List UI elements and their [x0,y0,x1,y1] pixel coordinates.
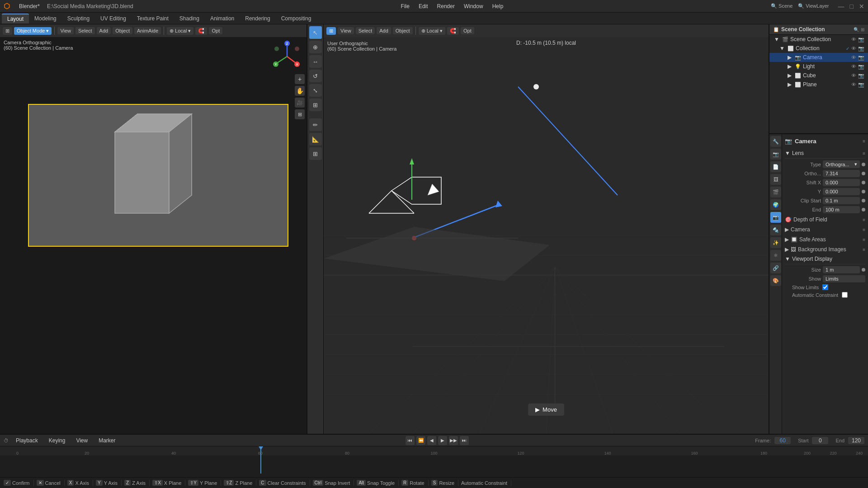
shiftx-input[interactable]: 0.000 [823,179,860,186]
particles-btn[interactable]: ✨ [770,237,781,248]
collection-item-camera[interactable]: ▶ 📷 Camera 👁 📷 [769,53,868,62]
collection-eye[interactable]: 👁 [851,46,856,51]
object-mode-btn[interactable]: Object Mode ▾ [14,27,52,35]
scene-visibility-eye[interactable]: 👁 [851,37,856,42]
zoom-in-btn[interactable]: + [295,74,305,84]
modifier-btn[interactable]: 🔩 [770,225,781,235]
start-frame-input[interactable]: 0 [812,437,828,444]
scene-props-btn[interactable]: 🔧 [770,136,781,147]
camera-render[interactable]: 📷 [858,55,864,61]
camera-sub-menu[interactable]: ≡ [863,227,865,232]
menu-help[interactable]: Help [489,2,507,10]
lens-type-input[interactable]: Orthogra... ▾ [823,160,860,168]
move-tool-btn[interactable]: ↔ [309,55,322,68]
show-input[interactable]: Limits [823,275,865,282]
constraints-btn[interactable]: 🔗 [770,263,781,273]
center-select-menu[interactable]: Select [356,27,375,34]
auto-constraint-checkbox[interactable] [842,292,848,298]
center-options-btn[interactable]: Opt [461,27,474,34]
menu-file[interactable]: File [397,2,413,10]
select-menu[interactable]: Select [75,27,95,34]
menu-edit[interactable]: Edit [415,2,432,10]
tab-animation[interactable]: Animation [205,14,240,23]
transform-tool-btn[interactable]: ⊞ [309,99,322,111]
render-props-btn[interactable]: 📷 [770,149,781,160]
collection-item-cube[interactable]: ▶ ⬜ Cube 👁 📷 [769,71,868,80]
center-snap-btn[interactable]: 🧲 [447,27,459,35]
size-dot[interactable] [862,268,865,272]
lens-type-dot[interactable] [862,163,865,166]
marker-menu[interactable]: Marker [95,436,119,445]
zoom-out-btn[interactable]: ✋ [295,86,305,96]
plane-eye[interactable]: 👁 [851,82,856,87]
measure-btn[interactable]: 📐 [309,133,322,145]
world-btn[interactable]: 🌍 [770,199,781,210]
size-input[interactable]: 1 m [823,266,860,273]
add-menu[interactable]: Add [97,27,111,34]
animaide-menu[interactable]: AnimAide [134,27,161,34]
jump-end-btn[interactable]: ⏭ [460,436,469,445]
menu-blender[interactable]: Blender* [15,2,43,10]
tab-layout[interactable]: Layout [2,14,29,23]
dof-menu[interactable]: ≡ [863,217,865,222]
object-data-btn[interactable]: 📷 [770,212,781,223]
tab-compositing[interactable]: Compositing [276,14,317,23]
viewport-shading-btn[interactable]: ⊞ [3,27,12,35]
center-viewport-area[interactable]: D: -10.5 m (10.5 m) local User Orthograp… [324,37,769,434]
center-global-btn[interactable]: ⊕ Local ▾ [419,27,445,35]
shiftx-dot[interactable] [862,181,865,184]
play-forward-btn[interactable]: ▶▶ [449,436,458,445]
lens-menu[interactable]: ≡ [863,151,865,156]
clipend-dot[interactable] [862,208,865,211]
add-cube-btn[interactable]: ⊞ [309,147,322,160]
snap-btn[interactable]: 🧲 [195,27,207,35]
object-menu[interactable]: Object [113,27,132,34]
output-props-btn[interactable]: 📄 [770,161,781,172]
tab-rendering[interactable]: Rendering [240,14,275,23]
end-frame-input[interactable]: 120 [848,437,864,444]
current-frame-input[interactable]: 60 [774,437,791,444]
view-layer-btn[interactable]: 🖼 [770,174,781,185]
tab-uv-editing[interactable]: UV Editing [95,14,132,23]
tab-sculpting[interactable]: Sculpting [62,14,95,23]
playback-menu[interactable]: Playback [12,436,42,445]
ortho-input[interactable]: 7.314 [823,170,860,177]
scene-render-eye[interactable]: 📷 [858,37,864,42]
view-menu[interactable]: View [57,27,74,34]
collection-item-plane[interactable]: ▶ ⬜ Plane 👁 📷 [769,80,868,89]
tab-texture-paint[interactable]: Texture Paint [132,14,174,23]
menu-window[interactable]: Window [460,2,487,10]
shifty-input[interactable]: 0.000 [823,188,860,195]
left-gizmo[interactable]: Z X Y [271,41,303,72]
scene-btn[interactable]: 🎬 [770,187,781,197]
scale-tool-btn[interactable]: ⤡ [309,84,322,97]
camera-eye[interactable]: 👁 [851,55,856,60]
scene-collection-search[interactable]: 🔍 [854,27,859,32]
timeline-track[interactable] [0,455,868,474]
shading-btn[interactable]: 🎨 [770,275,781,286]
annotate-btn[interactable]: ✏ [309,118,322,131]
select-tool-btn[interactable]: ↖ [309,26,322,39]
options-btn[interactable]: Opt [209,27,222,34]
rotate-tool-btn[interactable]: ↺ [309,70,322,82]
center-object-menu[interactable]: Object [393,27,413,34]
clipstart-input[interactable]: 0.1 m [823,197,860,204]
bg-images-menu[interactable]: ≡ [863,247,865,252]
bg-images-header[interactable]: ▶ 🖼 Background Images ≡ [785,245,865,254]
cube-render[interactable]: 📷 [858,73,864,79]
plane-render[interactable]: 📷 [858,82,864,88]
shifty-dot[interactable] [862,190,865,193]
left-viewport[interactable]: Camera Orthographic (60) Scene Collectio… [0,37,307,434]
scene-collection-root[interactable]: ▼ 🎬 Scene Collection 👁 📷 [769,35,868,44]
clipstart-dot[interactable] [862,199,865,202]
keying-menu[interactable]: Keying [45,436,69,445]
center-view-menu[interactable]: View [338,27,354,34]
collection-render[interactable]: 📷 [858,46,864,52]
jump-start-btn[interactable]: ⏮ [406,436,415,445]
tab-modeling[interactable]: Modeling [29,14,62,23]
cursor-btn[interactable]: ⊕ [309,41,322,53]
clipend-input[interactable]: 100 m [823,206,860,213]
tab-shading[interactable]: Shading [174,14,205,23]
center-viewport[interactable]: ⊞ View Select Add Object ⊕ Local ▾ 🧲 Opt… [324,24,769,434]
props-menu-btn[interactable]: ≡ [863,139,865,144]
